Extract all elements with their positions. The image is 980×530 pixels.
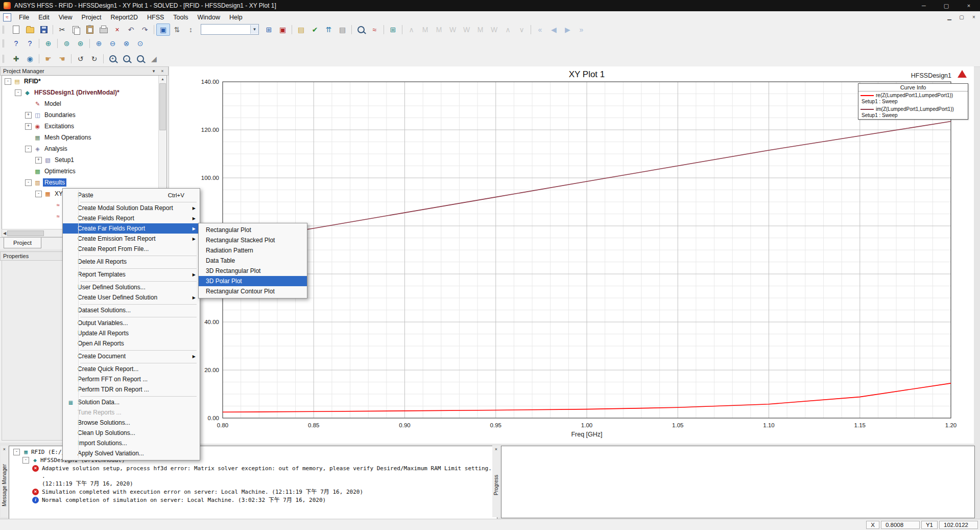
tree-expander-icon[interactable]: + bbox=[35, 157, 42, 164]
submenu-item[interactable]: Rectangular Stacked Plot bbox=[199, 235, 307, 245]
tree-expander-icon[interactable]: - bbox=[35, 191, 42, 197]
context-menu-item[interactable]: Clean Up Solutions... ▶ bbox=[63, 428, 200, 438]
child-close-button[interactable]: × bbox=[968, 14, 980, 20]
context-menu-item[interactable]: Create User Defined Solution ▶ bbox=[63, 292, 200, 303]
tree-node[interactable]: + ◫ Boundaries bbox=[2, 109, 166, 121]
scrollbar-thumb[interactable] bbox=[7, 231, 44, 236]
pin-icon[interactable]: ▾ bbox=[151, 68, 157, 74]
paste-button[interactable] bbox=[83, 24, 97, 36]
tree-expander-icon[interactable]: + bbox=[25, 112, 32, 119]
zoom-in-button[interactable] bbox=[106, 53, 119, 65]
rotate-ccw-button[interactable]: ↺ bbox=[74, 53, 87, 65]
cut-button[interactable]: ✂ bbox=[55, 24, 69, 36]
context-menu-item[interactable]: Browse Solutions... ▶ bbox=[63, 418, 200, 428]
orbit-view-button[interactable]: ◉ bbox=[23, 53, 37, 65]
context-menu-item[interactable]: Create Emission Test Report ▶ bbox=[63, 234, 200, 244]
submenu-item[interactable]: Radiation Pattern bbox=[199, 245, 307, 256]
copy-button[interactable] bbox=[69, 24, 83, 36]
tree-expander-icon[interactable]: - bbox=[22, 457, 29, 464]
boundary-box-button[interactable]: ▣ bbox=[276, 24, 290, 36]
swap-button[interactable]: ↕ bbox=[184, 24, 198, 36]
open-button[interactable] bbox=[23, 24, 37, 36]
grid-settings-button[interactable]: ⊞ bbox=[386, 24, 400, 36]
menu-item[interactable]: View bbox=[54, 11, 77, 23]
hfss-tool-1-button[interactable]: ⊕ bbox=[92, 37, 106, 50]
menu-item[interactable]: File bbox=[14, 11, 34, 23]
select-toggle-button[interactable]: ▣ bbox=[156, 24, 170, 36]
delete-button[interactable]: × bbox=[110, 24, 124, 36]
pan-hand-button[interactable]: ☛ bbox=[41, 53, 55, 65]
context-menu-item[interactable]: Delete All Reports ▶ bbox=[63, 257, 200, 267]
minimize-button[interactable]: ─ bbox=[913, 0, 935, 11]
child-minimize-button[interactable]: ▁ bbox=[943, 14, 955, 20]
context-menu-item[interactable]: Apply Solved Variation... ▶ bbox=[63, 448, 200, 458]
tree-expander-icon[interactable]: - bbox=[25, 146, 32, 152]
plot-wave-button[interactable]: ≈ bbox=[368, 24, 381, 36]
tree-node[interactable]: + ◉ Excitations bbox=[2, 121, 166, 132]
curve-info-legend[interactable]: Curve Info re(Z(LumpedPort1,LumpedPort1)… bbox=[858, 83, 968, 120]
context-menu-item[interactable]: Dataset Solutions... ▶ bbox=[63, 305, 200, 315]
tree-node[interactable]: ▩ Optimetrics bbox=[2, 166, 166, 177]
variable-combo[interactable]: ▼ bbox=[201, 24, 259, 35]
context-menu-item[interactable]: Create Modal Solution Data Report ▶ bbox=[63, 203, 200, 213]
tree-expander-icon[interactable]: + bbox=[25, 123, 32, 130]
context-menu-item[interactable]: Report Templates ▶ bbox=[63, 269, 200, 280]
context-menu-item[interactable]: Open All Reports ▶ bbox=[63, 338, 200, 349]
fit-all-button[interactable] bbox=[133, 53, 147, 65]
help-pointer-button[interactable]: ? bbox=[9, 37, 23, 50]
tree-node[interactable]: - ◈ Analysis bbox=[2, 143, 166, 154]
tree-node[interactable]: + ▧ Setup1 bbox=[2, 154, 166, 166]
move-up-down-button[interactable]: ⇅ bbox=[170, 24, 184, 36]
validate-button[interactable]: ▤ bbox=[294, 24, 308, 36]
new-file-button[interactable] bbox=[9, 24, 23, 36]
message-item[interactable]: Normal completion of simulation on serve… bbox=[12, 496, 494, 504]
submenu-item[interactable]: 3D Rectangular Plot bbox=[199, 266, 307, 276]
project-tab[interactable]: Project bbox=[4, 238, 41, 248]
scroll-left-icon[interactable]: ◀ bbox=[3, 231, 6, 236]
zoom-out-button[interactable] bbox=[119, 53, 133, 65]
legend-entry[interactable]: re(Z(LumpedPort1,LumpedPort1)) Setup1 : … bbox=[858, 91, 968, 105]
rotate-hand-button[interactable]: ☚ bbox=[55, 53, 69, 65]
rotate-cw-button[interactable]: ↻ bbox=[87, 53, 101, 65]
scrollbar-thumb[interactable] bbox=[159, 83, 166, 130]
message-item[interactable]: Adaptive solution setup, process hf3d er… bbox=[12, 465, 494, 488]
menu-item[interactable]: Edit bbox=[34, 11, 54, 23]
context-menu-item[interactable]: Create Document ▶ bbox=[63, 351, 200, 361]
tree-expander-icon[interactable]: - bbox=[5, 78, 11, 85]
tree-node[interactable]: ▦ Mesh Operations bbox=[2, 132, 166, 143]
context-menu-item[interactable]: Perform TDR on Report ... ▶ bbox=[63, 384, 200, 395]
context-menu-item[interactable]: User Defined Solutions... ▶ bbox=[63, 282, 200, 292]
close-button[interactable]: × bbox=[958, 0, 980, 11]
snap-grid-button[interactable]: ⊞ bbox=[262, 24, 276, 36]
panel-close-icon[interactable]: × bbox=[159, 68, 165, 74]
menu-item[interactable]: Tools bbox=[169, 11, 193, 23]
report-page-button[interactable]: ▤ bbox=[336, 24, 349, 36]
tree-expander-icon[interactable]: - bbox=[13, 449, 20, 455]
child-restore-button[interactable]: ▢ bbox=[955, 14, 968, 20]
menu-item[interactable]: Window bbox=[193, 11, 225, 23]
tree-node[interactable]: ✎ Model bbox=[2, 98, 166, 109]
menu-item[interactable]: HFSS bbox=[142, 11, 169, 23]
legend-entry[interactable]: im(Z(LumpedPort1,LumpedPort1)) Setup1 : … bbox=[858, 105, 968, 119]
analyze-all-button[interactable]: ⇈ bbox=[322, 24, 336, 36]
solve-region-button[interactable]: ⊕ bbox=[41, 37, 55, 50]
combo-dropdown-icon[interactable]: ▼ bbox=[250, 25, 258, 34]
redo-button[interactable]: ↷ bbox=[138, 24, 152, 36]
tree-expander-icon[interactable]: - bbox=[15, 89, 21, 96]
measure-button[interactable]: ◢ bbox=[147, 53, 161, 65]
submenu-item[interactable]: Rectangular Contour Plot bbox=[199, 286, 307, 296]
tree-node[interactable]: - ▥ Results bbox=[2, 177, 166, 188]
hfss-tool-3-button[interactable]: ⊗ bbox=[119, 37, 133, 50]
menu-item[interactable]: Project bbox=[77, 11, 106, 23]
coordinate-axes-button[interactable]: ✚ bbox=[9, 53, 23, 65]
menu-item[interactable]: Help bbox=[225, 11, 247, 23]
context-menu-item[interactable]: Tune Reports ... ▶ bbox=[63, 407, 200, 418]
menu-item[interactable]: Report2D bbox=[106, 11, 142, 23]
zoom-wave-button[interactable] bbox=[354, 24, 368, 36]
undo-button[interactable]: ↶ bbox=[124, 24, 138, 36]
message-item[interactable]: Simulation completed with execution erro… bbox=[12, 488, 494, 496]
context-menu-item[interactable]: Paste Ctrl+V ▶ bbox=[63, 190, 200, 200]
submenu-item[interactable]: Data Table bbox=[199, 256, 307, 266]
context-menu-item[interactable]: Create Fields Report ▶ bbox=[63, 213, 200, 223]
progress-pane-close-icon[interactable]: × bbox=[495, 447, 497, 452]
